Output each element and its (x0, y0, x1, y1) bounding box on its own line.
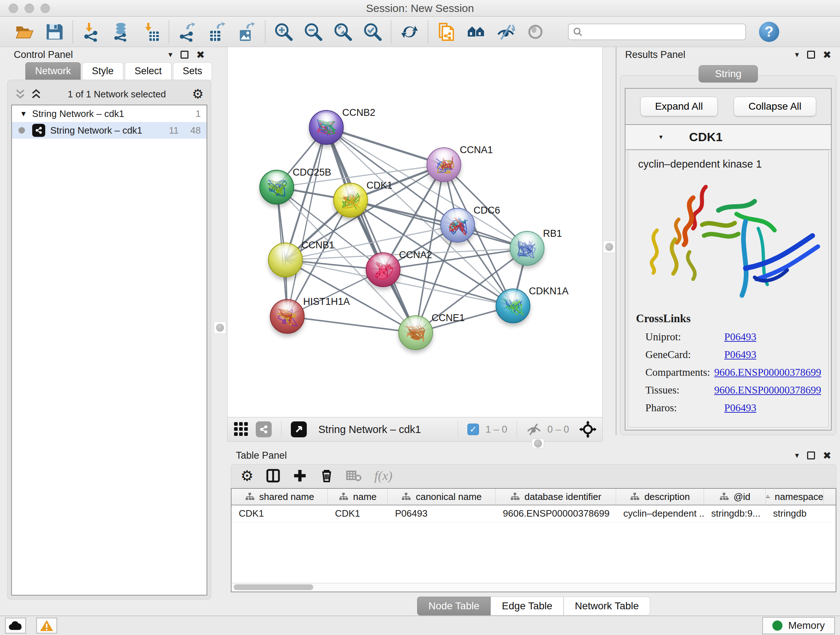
right-splitter-handle[interactable] (603, 241, 615, 253)
memory-button[interactable]: Memory (762, 617, 835, 634)
crosslink-link[interactable]: P06493 (724, 331, 756, 343)
node-table[interactable]: shared namenamecanonical namedatabase id… (231, 488, 836, 583)
tab-node-table[interactable]: Node Table (417, 597, 491, 616)
network-row[interactable]: String Network – cdk1 11 48 (12, 122, 207, 139)
crosslink-link[interactable]: 9606.ENSP00000378699 (714, 384, 821, 396)
edge[interactable] (287, 317, 416, 333)
collection-expander-icon[interactable]: ▼ (20, 110, 27, 118)
column-header-namespace[interactable]: namespace (766, 489, 824, 505)
expand-all-button[interactable]: Expand All (640, 97, 718, 116)
crosslink-link[interactable]: 9606.ENSP00000378699 (714, 366, 821, 378)
collapse-all-button[interactable]: Collapse All (734, 97, 816, 116)
bottom-splitter[interactable] (227, 442, 840, 448)
pan-crosshair-icon[interactable] (579, 421, 597, 438)
network-node-hist1h1a[interactable] (270, 299, 305, 334)
control-panel-close-icon[interactable]: ✖ (196, 49, 205, 61)
refresh-icon[interactable] (399, 22, 420, 42)
tab-select[interactable]: Select (125, 62, 172, 80)
birds-eye-view-icon[interactable] (233, 421, 249, 437)
cell[interactable]: cyclin–dependent ... (616, 505, 704, 522)
import-table-icon[interactable] (141, 22, 161, 42)
network-node-cdc6[interactable] (440, 208, 475, 242)
search-input[interactable] (586, 26, 741, 38)
selected-items-checkbox[interactable]: ✓ (467, 424, 479, 435)
results-tab-string[interactable]: String (699, 65, 758, 82)
tab-network-table[interactable]: Network Table (564, 597, 650, 616)
collapse-all-icon[interactable] (15, 89, 26, 100)
zoom-selected-icon[interactable] (363, 22, 383, 42)
left-splitter-handle[interactable] (214, 321, 226, 334)
expand-all-icon[interactable] (31, 89, 42, 100)
tab-edge-table[interactable]: Edge Table (491, 597, 564, 616)
edge[interactable] (287, 127, 326, 317)
right-splitter[interactable] (603, 47, 616, 442)
gene-section-header[interactable]: ▼ CDK1 (625, 125, 831, 150)
cell[interactable]: CDK1 (232, 505, 328, 522)
show-columns-icon[interactable] (266, 469, 280, 483)
tab-sets[interactable]: Sets (173, 62, 212, 80)
table-panel-float-icon[interactable] (807, 451, 815, 459)
table-settings-gear-icon[interactable]: ⚙ (240, 469, 254, 483)
column-header-canonical-name[interactable]: canonical name (388, 489, 496, 505)
gene-expander-icon[interactable]: ▼ (658, 134, 664, 141)
bottom-splitter-handle[interactable] (532, 439, 544, 448)
table-horizontal-scrollbar[interactable] (231, 583, 836, 592)
import-network-database-icon[interactable] (111, 22, 131, 42)
control-panel-float-icon[interactable] (180, 51, 188, 59)
search-box[interactable] (568, 24, 746, 40)
edge[interactable] (326, 127, 444, 165)
cell[interactable]: 9606.ENSP00000378699 (496, 505, 616, 522)
network-node-cdc25b[interactable] (259, 170, 294, 204)
cloud-status-button[interactable] (5, 618, 26, 633)
export-image-icon[interactable] (237, 22, 257, 42)
cell[interactable]: stringdb:9... (704, 505, 766, 522)
table-panel-menu-icon[interactable]: ▾ (795, 451, 799, 460)
network-collection-row[interactable]: ▼ String Network – cdk1 1 (12, 105, 207, 122)
scrollbar-thumb[interactable] (234, 584, 313, 590)
column-header-description[interactable]: description (616, 489, 704, 505)
tab-network[interactable]: Network (25, 62, 81, 80)
network-node-ccne1[interactable] (398, 315, 433, 350)
hide-details-icon[interactable] (496, 22, 516, 42)
delete-column-icon[interactable] (319, 469, 334, 483)
column-header-database-identifier[interactable]: database identifier (496, 489, 616, 505)
network-node-rb1[interactable] (510, 231, 545, 266)
network-options-gear-icon[interactable]: ⚙ (192, 88, 204, 101)
save-session-icon[interactable] (44, 22, 65, 42)
zoom-fit-icon[interactable] (333, 22, 353, 42)
help-icon[interactable]: ? (759, 22, 779, 42)
nested-networks-icon[interactable] (466, 22, 486, 42)
detach-view-icon[interactable] (291, 421, 307, 437)
results-panel-menu-icon[interactable]: ▾ (795, 50, 799, 59)
column-header-name[interactable]: name (328, 489, 388, 505)
column-header--id[interactable]: @id (704, 489, 766, 505)
table-panel-close-icon[interactable]: ✖ (823, 450, 831, 462)
clone-network-icon[interactable] (436, 22, 456, 42)
network-node-cdkn1a[interactable] (496, 288, 531, 323)
add-column-icon[interactable] (293, 469, 307, 483)
control-panel-menu-icon[interactable]: ▾ (168, 50, 172, 59)
network-node-ccna1[interactable] (426, 147, 461, 182)
column-header-shared-name[interactable]: shared name (232, 489, 328, 505)
left-splitter[interactable] (213, 47, 227, 616)
results-panel-float-icon[interactable] (807, 51, 815, 59)
crosslink-link[interactable]: P06493 (724, 402, 756, 414)
cell[interactable]: CDK1 (328, 505, 388, 522)
export-network-icon[interactable] (177, 22, 197, 42)
cell[interactable]: P06493 (388, 505, 496, 522)
network-node-cdk1[interactable] (333, 183, 368, 218)
network-node-ccna2[interactable] (366, 252, 401, 287)
crosslink-link[interactable]: P06493 (724, 348, 756, 361)
zoom-in-icon[interactable] (273, 22, 294, 42)
open-session-icon[interactable] (14, 22, 35, 42)
network-canvas[interactable]: CCNB2CCNA1CDC25BCDK1CDC6RB1CCNB1CCNA2CDK… (227, 47, 602, 417)
zoom-out-icon[interactable] (303, 22, 324, 42)
export-table-icon[interactable] (207, 22, 227, 42)
network-node-ccnb1[interactable] (268, 242, 303, 277)
cell[interactable]: stringdb (766, 505, 824, 522)
tab-style[interactable]: Style (82, 62, 123, 80)
network-node-ccnb2[interactable] (309, 110, 344, 145)
results-panel-close-icon[interactable]: ✖ (823, 49, 831, 61)
import-network-file-icon[interactable] (81, 22, 101, 42)
warnings-button[interactable] (36, 618, 57, 633)
